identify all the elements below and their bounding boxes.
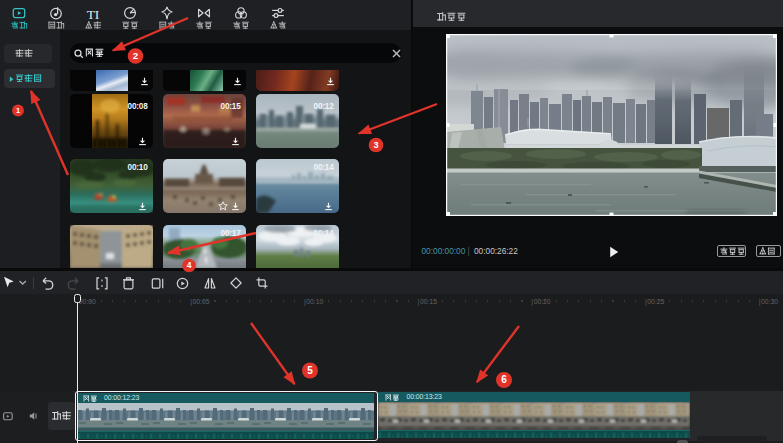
svg-text:6: 6 — [501, 374, 507, 385]
svg-text:2: 2 — [133, 50, 139, 61]
svg-text:1: 1 — [16, 106, 20, 115]
svg-text:5: 5 — [307, 365, 313, 376]
svg-text:3: 3 — [373, 140, 378, 150]
svg-text:4: 4 — [187, 260, 192, 270]
